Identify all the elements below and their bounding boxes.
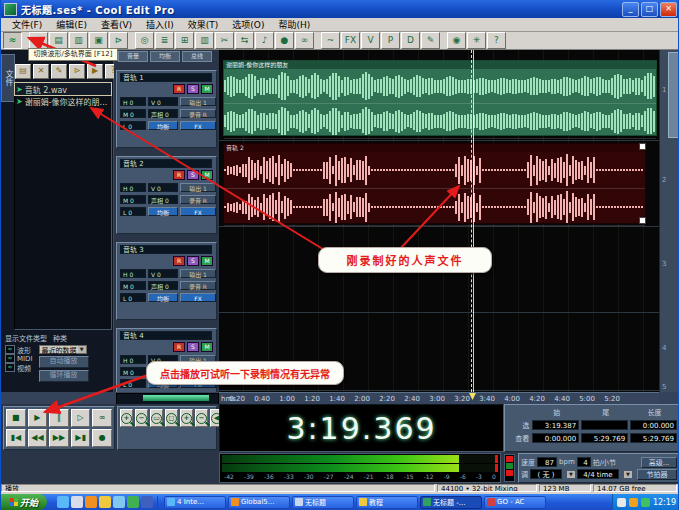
volume-field[interactable]: V 0 <box>148 269 178 278</box>
solo-button[interactable]: S <box>187 170 199 180</box>
toolbar-file-icon[interactable]: ▥ <box>69 32 88 49</box>
menu-item[interactable]: 帮助(H) <box>271 18 317 31</box>
close-button[interactable]: ✕ <box>660 2 677 17</box>
clip-handle[interactable] <box>639 143 646 150</box>
taskbar-task[interactable]: Global5... <box>228 496 290 509</box>
eq-low-field[interactable]: L 0 <box>120 207 146 216</box>
taskbar-task[interactable]: 教程 <box>356 496 418 509</box>
file-type-checkbox[interactable]: ≈ <box>5 345 15 354</box>
toolbar-envelope-icon[interactable]: P <box>381 32 400 49</box>
record-arm-button[interactable]: R <box>173 170 185 180</box>
file-list-item[interactable]: ➤ 谢丽娟-像你这样的朋... <box>15 95 111 107</box>
toolbar-view-icon[interactable]: ⊞ <box>175 32 194 49</box>
track-name-field[interactable]: 音轨 4 <box>120 331 212 340</box>
organizer-button-icon[interactable]: ▶ <box>87 64 103 79</box>
toolbar-envelope-icon[interactable]: D <box>401 32 420 49</box>
eq-low-field[interactable]: L 0 <box>120 293 146 302</box>
music-clip[interactable]: 谢丽娟-像你这样的朋友 <box>223 60 657 136</box>
toolbar-view-icon[interactable]: ⇆ <box>235 32 254 49</box>
track-mixer-tab[interactable]: 均衡 <box>150 51 180 62</box>
toolbar-envelope-icon[interactable]: V <box>361 32 380 49</box>
solo-button[interactable]: S <box>187 84 199 94</box>
output-button[interactable]: 输出 1 <box>180 269 216 278</box>
taskbar-clock[interactable]: 12:19 <box>653 498 676 507</box>
eq-button[interactable]: 均衡 <box>148 121 178 130</box>
toolbar-envelope-icon[interactable]: ✎ <box>421 32 440 49</box>
toolbar-envelope-icon[interactable]: ~ <box>321 32 340 49</box>
track-name-field[interactable]: 音轨 1 <box>120 73 212 82</box>
transport-button[interactable]: ‖ <box>49 409 69 427</box>
eq-low-field[interactable]: L 0 <box>120 379 146 388</box>
start-button[interactable]: 开始 <box>1 494 47 510</box>
quick-launch-icon[interactable] <box>57 496 69 508</box>
volume-field[interactable]: V 0 <box>148 97 178 106</box>
clip-handle[interactable] <box>639 217 646 224</box>
eq-button[interactable]: 均衡 <box>148 293 178 302</box>
eq-button[interactable]: 均衡 <box>148 207 178 216</box>
eq-mid-field[interactable]: M 0 <box>120 109 146 118</box>
record-mode-button[interactable]: 录音 R <box>180 109 216 118</box>
mute-button[interactable]: M <box>201 342 213 352</box>
transport-button[interactable]: ● <box>92 429 112 447</box>
organizer-bottom-button[interactable]: 自动播放 <box>39 356 89 368</box>
transport-button[interactable]: ∞ <box>92 409 112 427</box>
time-display[interactable]: 3:19.369 <box>219 404 504 452</box>
taskbar-task[interactable]: 4 Inte... <box>164 496 226 509</box>
file-type-checkbox[interactable]: ≈ <box>5 363 15 372</box>
zoom-button[interactable]: ▭ <box>150 409 163 427</box>
file-type-checkbox[interactable]: ≈ <box>5 354 15 363</box>
playhead-cursor[interactable] <box>471 50 472 392</box>
zoom-button[interactable]: + <box>180 409 193 427</box>
track-name-field[interactable]: 音轨 3 <box>120 245 212 254</box>
title-bar[interactable]: 无标题.ses* - Cool Edit Pro _ □ ✕ <box>1 0 679 18</box>
toolbar-misc-icon[interactable]: ✳ <box>467 32 486 49</box>
eq-high-field[interactable]: H 0 <box>120 355 146 364</box>
selection-end-value[interactable] <box>581 420 628 430</box>
bpm-field[interactable]: 87 <box>537 457 557 467</box>
zoom-button[interactable]: + <box>120 409 133 427</box>
record-mode-button[interactable]: 录音 R <box>180 195 216 204</box>
tray-icon[interactable] <box>617 498 626 507</box>
level-meter[interactable]: -42-39-36-33-30-27-24-21-18-15-12-9-6-30 <box>219 453 501 483</box>
menu-item[interactable]: 查看(V) <box>94 18 139 31</box>
pan-field[interactable]: 声相 0 <box>148 281 178 290</box>
toolbar-file-icon[interactable]: ⊳ <box>109 32 128 49</box>
taskbar-task[interactable]: GO - AC <box>484 496 546 509</box>
transport-button[interactable]: ▮◀ <box>6 429 26 447</box>
solo-button[interactable]: S <box>187 342 199 352</box>
volume-field[interactable]: V 0 <box>148 183 178 192</box>
record-mode-button[interactable]: 录音 R <box>180 281 216 290</box>
quick-launch-icon[interactable] <box>113 496 125 508</box>
toolbar-view-icon[interactable]: ∞ <box>295 32 314 49</box>
mute-button[interactable]: M <box>201 84 213 94</box>
toolbar-file-icon[interactable]: ▤ <box>49 32 68 49</box>
fx-button[interactable]: FX <box>180 293 216 302</box>
eq-mid-field[interactable]: M 0 <box>120 281 146 290</box>
zoom-button[interactable]: − <box>195 409 208 427</box>
key-select[interactable]: ( 无 ) <box>530 469 562 479</box>
eq-mid-field[interactable]: M 0 <box>120 367 146 376</box>
menu-item[interactable]: 选项(O) <box>225 18 271 31</box>
menu-item[interactable]: 编辑(E) <box>49 18 94 31</box>
record-arm-button[interactable]: R <box>173 84 185 94</box>
multitrack-waveform-toggle-icon[interactable]: ≈ <box>3 32 22 49</box>
eq-high-field[interactable]: H 0 <box>120 269 146 278</box>
toolbar-view-icon[interactable]: ≣ <box>155 32 174 49</box>
transport-button[interactable]: ▶▮ <box>71 429 91 447</box>
quick-launch-icon[interactable] <box>127 496 139 508</box>
quick-launch-icon[interactable] <box>85 496 97 508</box>
track-mixer-tab[interactable]: 音量 <box>118 51 148 62</box>
timesig-select[interactable]: 4/4 time <box>577 469 619 479</box>
metronome-button[interactable]: 节拍器 <box>637 469 677 480</box>
organizer-bottom-button[interactable]: 循环播放 <box>39 370 89 382</box>
view-end-value[interactable]: 5:29.769 <box>581 433 628 443</box>
toolbar-view-icon[interactable]: ◎ <box>135 32 154 49</box>
clip-indicator-right[interactable] <box>495 464 498 472</box>
zoom-button[interactable]: − <box>135 409 148 427</box>
view-length-value[interactable]: 5:29.769 <box>630 433 677 443</box>
eq-mid-field[interactable]: M 0 <box>120 195 146 204</box>
tray-icon[interactable] <box>641 498 650 507</box>
organizer-button-icon[interactable]: ✎ <box>51 64 67 79</box>
output-button[interactable]: 输出 1 <box>180 97 216 106</box>
quick-launch-icon[interactable] <box>71 496 83 508</box>
